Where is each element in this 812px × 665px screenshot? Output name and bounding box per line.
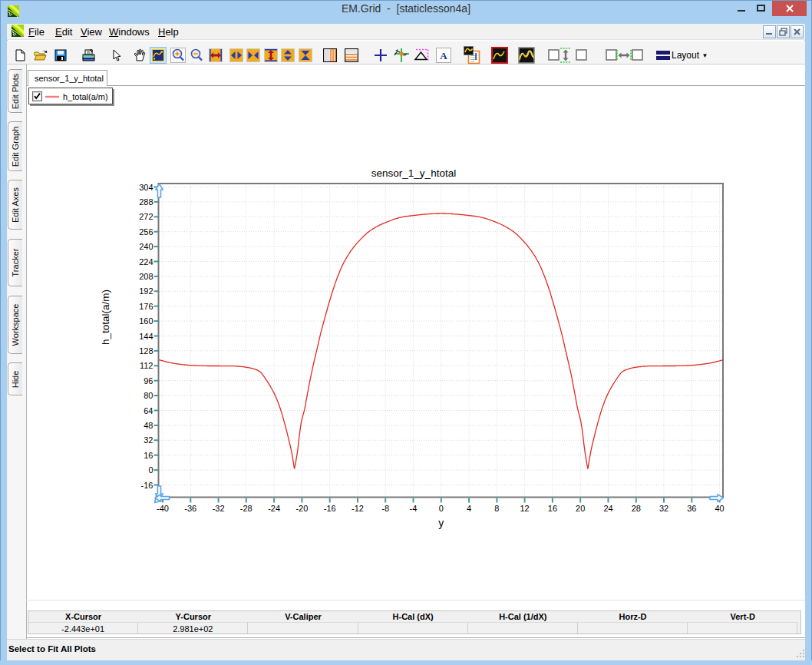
- svg-text:304: 304: [139, 183, 153, 192]
- svg-text:24: 24: [603, 504, 612, 513]
- svg-text:12: 12: [520, 504, 529, 513]
- svg-text:80: 80: [144, 391, 153, 400]
- svg-text:-28: -28: [240, 504, 253, 513]
- svg-text:-16: -16: [324, 504, 336, 513]
- svg-text:128: 128: [139, 346, 153, 356]
- svg-text:64: 64: [144, 406, 153, 415]
- svg-text:40: 40: [715, 504, 724, 513]
- svg-text:-20: -20: [295, 504, 308, 513]
- svg-text:208: 208: [139, 272, 153, 281]
- svg-text:0: 0: [148, 465, 153, 475]
- svg-text:36: 36: [687, 504, 696, 513]
- svg-text:32: 32: [659, 504, 668, 513]
- svg-text:16: 16: [548, 504, 557, 513]
- svg-text:224: 224: [139, 257, 153, 266]
- svg-text:0: 0: [439, 504, 444, 513]
- svg-text:-8: -8: [381, 504, 389, 513]
- svg-text:h_total(a/m): h_total(a/m): [100, 289, 111, 345]
- svg-text:sensor_1_y_htotal: sensor_1_y_htotal: [371, 167, 456, 179]
- svg-text:20: 20: [576, 504, 585, 513]
- svg-text:8: 8: [494, 504, 499, 513]
- svg-text:16: 16: [144, 451, 153, 460]
- svg-text:-4: -4: [410, 504, 418, 513]
- svg-text:-16: -16: [141, 481, 153, 490]
- svg-text:32: 32: [144, 435, 153, 445]
- svg-text:160: 160: [139, 316, 153, 326]
- svg-text:-36: -36: [184, 504, 196, 513]
- svg-text:256: 256: [139, 227, 153, 237]
- svg-text:240: 240: [139, 242, 153, 251]
- svg-text:-24: -24: [268, 504, 280, 513]
- svg-text:112: 112: [140, 361, 153, 370]
- svg-text:96: 96: [144, 376, 153, 385]
- svg-text:48: 48: [144, 421, 153, 430]
- svg-text:-40: -40: [157, 504, 169, 513]
- svg-text:272: 272: [139, 212, 153, 221]
- svg-text:144: 144: [139, 332, 153, 341]
- svg-text:288: 288: [139, 197, 153, 207]
- svg-text:176: 176: [139, 302, 153, 311]
- svg-text:4: 4: [467, 504, 471, 513]
- svg-text:-32: -32: [213, 504, 225, 513]
- svg-text:192: 192: [139, 286, 153, 296]
- svg-text:-12: -12: [352, 504, 364, 513]
- svg-text:28: 28: [632, 504, 641, 513]
- svg-text:y: y: [438, 517, 444, 529]
